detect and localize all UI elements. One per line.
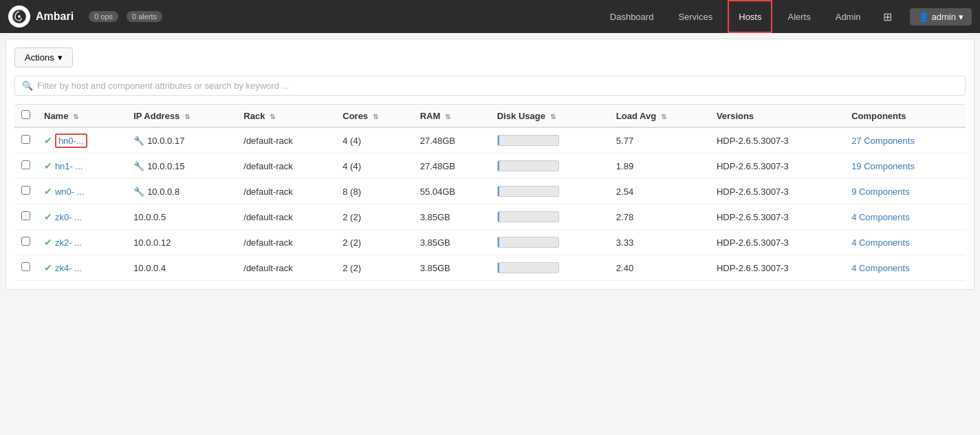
row-load-cell: 5.77: [609, 127, 710, 153]
row-cores-cell: 8 (8): [336, 179, 413, 204]
row-ram-cell: 3.85GB: [413, 230, 490, 255]
sort-cores-icon: ⇅: [373, 113, 378, 120]
components-link[interactable]: 4 Components: [851, 237, 910, 248]
ip-address: 10.0.0.4: [133, 263, 166, 273]
ip-address: 10.0.0.5: [133, 212, 166, 222]
nav-alerts[interactable]: Alerts: [778, 0, 820, 33]
wrench-icon: 🔧: [133, 136, 144, 146]
row-name-cell: ✔ zk0- ...: [37, 204, 127, 230]
table-row: ✔ hn0-...🔧10.0.0.17/default-rack4 (4)27.…: [14, 127, 966, 153]
row-ip-cell: 🔧10.0.0.15: [127, 153, 237, 179]
actions-bar: Actions ▾: [14, 47, 966, 67]
row-checkbox[interactable]: [21, 135, 30, 144]
header-rack[interactable]: Rack ⇅: [237, 105, 336, 128]
row-cores-cell: 2 (2): [336, 255, 413, 281]
row-components-cell: 27 Components: [845, 127, 966, 153]
header-disk[interactable]: Disk Usage ⇅: [490, 105, 609, 128]
grid-icon[interactable]: ⊞: [876, 0, 899, 33]
header-versions: Versions: [710, 105, 845, 128]
host-name-link[interactable]: wn0- ...: [55, 187, 85, 197]
header-load[interactable]: Load Avg ⇅: [609, 105, 710, 128]
alerts-badge[interactable]: 0 alerts: [127, 11, 162, 22]
header-ram[interactable]: RAM ⇅: [413, 105, 490, 128]
status-ok-icon: ✔: [44, 186, 55, 197]
row-ram-cell: 3.85GB: [413, 255, 490, 281]
row-checkbox-cell: [14, 179, 37, 204]
ops-badge[interactable]: 0 ops: [89, 11, 118, 22]
nav-hosts[interactable]: Hosts: [728, 0, 772, 33]
header-name[interactable]: Name ⇅: [37, 105, 127, 128]
table-row: ✔ zk2- ...10.0.0.12/default-rack2 (2)3.8…: [14, 230, 966, 255]
ip-address: 10.0.0.15: [147, 161, 184, 171]
row-disk-cell: [490, 204, 609, 230]
ip-address: 10.0.0.12: [133, 237, 171, 248]
host-name-link[interactable]: zk0- ...: [55, 212, 82, 222]
row-versions-cell: HDP-2.6.5.3007-3: [710, 204, 845, 230]
nav-admin[interactable]: Admin: [826, 0, 871, 33]
row-rack-cell: /default-rack: [237, 255, 336, 281]
nav-services[interactable]: Services: [668, 0, 722, 33]
status-ok-icon: ✔: [44, 211, 55, 222]
components-link[interactable]: 19 Components: [851, 161, 915, 171]
host-name-link[interactable]: hn0-...: [55, 134, 87, 148]
components-link[interactable]: 27 Components: [851, 136, 915, 146]
row-rack-cell: /default-rack: [237, 204, 336, 230]
row-load-cell: 1.89: [609, 153, 710, 179]
disk-bar-container: [497, 237, 559, 248]
host-name-link[interactable]: zk2- ...: [55, 237, 82, 248]
row-versions-cell: HDP-2.6.5.3007-3: [710, 153, 845, 179]
sort-ip-icon: ⇅: [184, 113, 190, 120]
row-components-cell: 4 Components: [845, 230, 966, 255]
host-name-link[interactable]: zk4- ...: [55, 263, 82, 273]
host-name-link[interactable]: hn1- ...: [55, 161, 83, 171]
row-ram-cell: 3.85GB: [413, 204, 490, 230]
disk-bar-fill: [498, 212, 499, 222]
search-icon: 🔍: [22, 81, 33, 91]
row-cores-cell: 2 (2): [336, 230, 413, 255]
status-ok-icon: ✔: [44, 262, 55, 273]
sort-disk-icon: ⇅: [550, 113, 556, 120]
row-disk-cell: [490, 179, 609, 204]
row-rack-cell: /default-rack: [237, 127, 336, 153]
row-checkbox[interactable]: [21, 186, 30, 195]
sort-ram-icon: ⇅: [445, 113, 450, 120]
disk-bar-fill: [498, 237, 499, 247]
user-menu-button[interactable]: 👤 admin ▾: [910, 8, 972, 25]
navbar: Ambari 0 ops 0 alerts Dashboard Services…: [0, 0, 980, 33]
nav-dashboard[interactable]: Dashboard: [600, 0, 664, 33]
main-content: Actions ▾ 🔍 Filter by host and component…: [6, 39, 974, 290]
filter-bar: 🔍 Filter by host and component attribute…: [14, 76, 966, 96]
header-cores[interactable]: Cores ⇅: [336, 105, 413, 128]
row-name-cell: ✔ zk2- ...: [37, 230, 127, 255]
row-checkbox[interactable]: [21, 160, 30, 169]
row-checkbox[interactable]: [21, 237, 30, 246]
ip-address: 10.0.0.8: [147, 187, 179, 197]
svg-point-1: [18, 15, 21, 18]
components-link[interactable]: 9 Components: [851, 187, 910, 197]
components-link[interactable]: 4 Components: [851, 263, 910, 273]
row-ram-cell: 27.48GB: [413, 153, 490, 179]
select-all-checkbox[interactable]: [21, 110, 30, 119]
table-row: ✔ hn1- ...🔧10.0.0.15/default-rack4 (4)27…: [14, 153, 966, 179]
disk-bar-fill: [498, 187, 500, 196]
disk-bar-fill: [498, 136, 500, 145]
row-checkbox-cell: [14, 255, 37, 281]
row-name-cell: ✔ wn0- ...: [37, 179, 127, 204]
row-checkbox-cell: [14, 127, 37, 153]
row-checkbox[interactable]: [21, 211, 30, 220]
row-checkbox[interactable]: [21, 262, 30, 271]
row-disk-cell: [490, 230, 609, 255]
table-row: ✔ wn0- ...🔧10.0.0.8/default-rack8 (8)55.…: [14, 179, 966, 204]
row-versions-cell: HDP-2.6.5.3007-3: [710, 230, 845, 255]
wrench-icon: 🔧: [133, 187, 144, 197]
row-load-cell: 2.54: [609, 179, 710, 204]
actions-button[interactable]: Actions ▾: [14, 47, 73, 67]
user-name: admin: [932, 12, 956, 22]
row-components-cell: 4 Components: [845, 204, 966, 230]
header-ip[interactable]: IP Address ⇅: [127, 105, 237, 128]
row-components-cell: 4 Components: [845, 255, 966, 281]
sort-load-icon: ⇅: [661, 113, 666, 120]
status-ok-icon: ✔: [44, 237, 55, 248]
row-ip-cell: 10.0.0.5: [127, 204, 237, 230]
components-link[interactable]: 4 Components: [851, 212, 910, 222]
